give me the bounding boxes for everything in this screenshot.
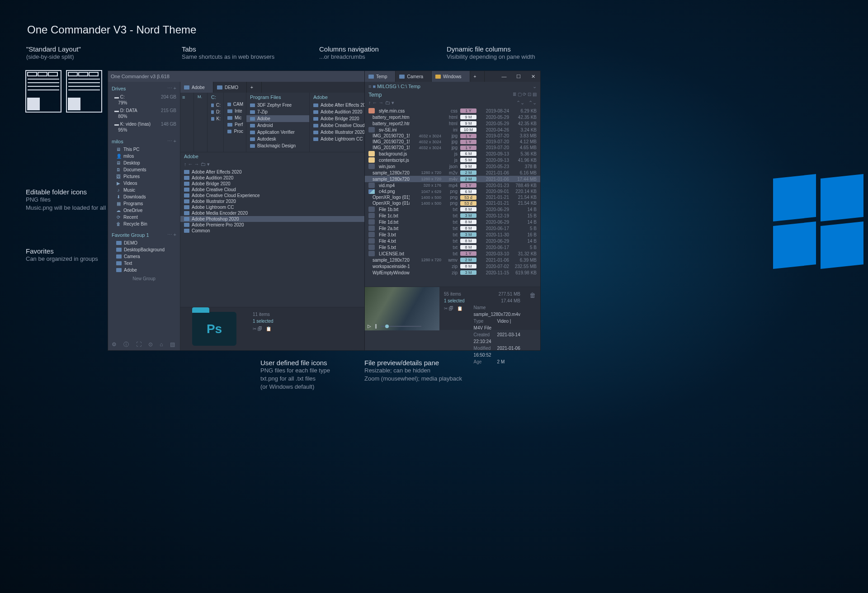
svg-rect-9	[28, 98, 39, 110]
fav-item[interactable]: Text	[108, 260, 180, 267]
drive-row[interactable]: ▬ K: video (\\nas) 95%148 GB	[108, 120, 180, 134]
file-row[interactable]: sample_1280x720.m2v 1280 x 720 m2v 2 M 2…	[365, 169, 540, 176]
quick-item-milos[interactable]: 👤milos	[108, 153, 180, 160]
file-row[interactable]: vid.mp4 320 x 176 mp4 1 Y 2020-01-23 788…	[365, 182, 540, 188]
app-window-right: Temp Camera Windows + ― ☐ ✕ ≡ ■ MILOSG \…	[364, 71, 541, 351]
quick-item-downloads[interactable]: ⬇Downloads	[108, 193, 180, 200]
breadcrumb[interactable]: ≡ ■ MILOSG \ C:\ Temp ⌄	[365, 82, 540, 91]
col-item[interactable]: Perf	[224, 121, 246, 128]
file-row[interactable]: File 4.txt txt 8 M 2020-06-29 14 B	[365, 238, 540, 244]
anno-tabs: Tabs Same shortcuts as in web browsers	[182, 45, 274, 61]
file-row[interactable]: sample_1280x720.m4v 1280 x 720 m4v 2 M 2…	[365, 176, 540, 182]
fav-item[interactable]: Adobe	[108, 267, 180, 273]
new-group-button[interactable]: New Group	[108, 273, 180, 284]
svg-rect-11	[79, 72, 88, 76]
tab-bar-right: Temp Camera Windows + ― ☐ ✕	[365, 71, 540, 82]
file-row[interactable]: contentscript.js js 5 M 2020-09-13 41.96…	[365, 157, 540, 163]
file-list-right[interactable]: style.min.css css 1 Y 2019-08-24 6.29 KB…	[365, 107, 540, 287]
file-row[interactable]: c4d.png 1047 x 629 png 6 M 2020-09-01 22…	[365, 188, 540, 194]
file-row[interactable]: battery_report2.html html 9 M 2020-05-29…	[365, 120, 540, 127]
video-preview[interactable]: ▷‖	[365, 287, 439, 330]
bottom-toolbar[interactable]: ⚙ ⓘ ⛶ ⊙ ⌂ ▤	[112, 341, 178, 348]
file-row[interactable]: File 1d.txt txt 8 M 2020-06-29 14 B	[365, 219, 540, 225]
pane-header: Temp ≣ ▢ ⟳ ⊡ ▤	[365, 91, 540, 99]
col-item[interactable]: Proc	[224, 128, 246, 135]
tab-temp[interactable]: Temp	[365, 71, 396, 82]
tab-add-right[interactable]: +	[470, 71, 485, 82]
quick-item-this pc[interactable]: 🖥This PC	[108, 146, 180, 153]
anno-columns: Columns navigation ...or breadcrumbs	[319, 45, 379, 61]
svg-rect-2	[28, 72, 37, 76]
quick-item-music[interactable]: ♪Music	[108, 187, 180, 193]
col-item[interactable]: Android	[246, 122, 309, 129]
col-item[interactable]: D:	[208, 108, 223, 115]
tab-camera[interactable]: Camera	[396, 71, 432, 82]
quick-item-desktop[interactable]: 🖥Desktop	[108, 160, 180, 166]
minimize-button[interactable]: ―	[497, 71, 511, 82]
file-row[interactable]: win.json json 9 M 2020-05-23 378 B	[365, 163, 540, 169]
sidebar: Drives⋯ + ▬ C: 79%204 GB▬ D: DATA 80%215…	[108, 82, 180, 350]
file-row[interactable]: IMG_20190720_150955.jpg 4032 x 3024 jpg …	[365, 133, 540, 139]
col-item[interactable]: 3DF Zephyr Free	[246, 102, 309, 108]
col-item[interactable]: 7-Zip	[246, 108, 309, 115]
file-row[interactable]: File 1b.txt txt 8 M 2020-06-29 14 B	[365, 206, 540, 212]
quick-item-programs[interactable]: ▦Programs	[108, 200, 180, 207]
col-item[interactable]: Mic	[224, 114, 246, 121]
maximize-button[interactable]: ☐	[511, 71, 526, 82]
file-row[interactable]: sv-SE.ini ini 10 M 2020-04-26 3.24 KB	[365, 127, 540, 133]
col-item[interactable]: Application Verifier	[246, 129, 309, 136]
file-row[interactable]: IMG_20190720_151106.jpg 4032 x 3024 jpg …	[365, 145, 540, 151]
anno-dyn-cols: Dynamic file columns Visibility dependin…	[447, 45, 535, 61]
trash-icon-right[interactable]: 🗑	[525, 287, 540, 330]
anno-favorites: Favorites Can be organized in groups	[26, 247, 98, 263]
col-item[interactable]: Autodesk	[246, 136, 309, 142]
tab-adobe[interactable]: Adobe	[180, 82, 213, 93]
quick-item-recent[interactable]: ⟳Recent	[108, 214, 180, 221]
col-item[interactable]: Blackmagic Design	[246, 142, 309, 149]
svg-rect-12	[89, 72, 98, 76]
file-row[interactable]: LICENSE.txt txt 1 Y 2020-03-10 31.32 KB	[365, 250, 540, 257]
tab-demo[interactable]: DEMO	[213, 82, 247, 93]
windows-logo	[773, 176, 868, 271]
fav-item[interactable]: Camera	[108, 253, 180, 260]
anno-standard-layout: "Standard Layout" (side-by-side split)	[26, 45, 81, 61]
file-row[interactable]: workspaceinside-12.zip zip 8 M 2020-07-0…	[365, 263, 540, 269]
col-item[interactable]: K:	[208, 115, 223, 122]
tab-windows[interactable]: Windows	[432, 71, 470, 82]
quick-item-videos[interactable]: ▶Videos	[108, 180, 180, 187]
file-row[interactable]: File 3.txt txt 3 M 2020-11-30 16 B	[365, 231, 540, 238]
file-row[interactable]: OpenXR_logo (01).png 1400 x 500 png 53 d…	[365, 194, 540, 200]
status-bar-right: ▷‖ 55 items 1 selected ✂ 🗐 📋 277.51 MB 1…	[365, 287, 540, 330]
file-row[interactable]: File 5.txt txt 8 M 2020-06-17 5 B	[365, 244, 540, 250]
col-item[interactable]: C:	[208, 102, 223, 108]
quick-item-pictures[interactable]: 🖼Pictures	[108, 173, 180, 180]
file-row[interactable]: File 1c.txt txt 3 M 2020-12-19 15 B	[365, 212, 540, 219]
file-row[interactable]: battery_report.html html 9 M 2020-05-29 …	[365, 114, 540, 120]
svg-rect-10	[68, 72, 77, 76]
anno-preview: File preview/details pane Resizable; can…	[364, 359, 462, 383]
quick-item-onedrive[interactable]: ☁OneDrive	[108, 207, 180, 214]
quick-item-documents[interactable]: 🗎Documents	[108, 166, 180, 173]
close-button[interactable]: ✕	[526, 71, 540, 82]
fav-item[interactable]: DEMO	[108, 240, 180, 246]
tab-add[interactable]: +	[247, 82, 262, 93]
file-row[interactable]: background.js js 6 M 2020-09-13 5.36 KB	[365, 151, 540, 157]
file-row[interactable]: IMG_20190720_151026.jpg 4032 x 3024 jpg …	[365, 139, 540, 145]
col-item[interactable]: CAM	[224, 101, 246, 108]
nav-icons-right[interactable]: ↑ ← → 🗀 ▾ ⌃⌄ ⌃⌄	[365, 99, 540, 107]
file-row[interactable]: sample_1280x720.wmv 1280 x 720 wmv 2 M 2…	[365, 257, 540, 263]
col-item[interactable]: Inte	[224, 108, 246, 114]
file-row[interactable]: File 2a.txt txt 8 M 2020-06-17 5 B	[365, 225, 540, 231]
quick-item-recycle bin[interactable]: 🗑Recycle Bin	[108, 221, 180, 227]
file-row[interactable]: style.min.css css 1 Y 2019-08-24 6.29 KB	[365, 108, 540, 114]
favorites-header: Favorite Group 1⋯ +	[108, 230, 180, 240]
layout-diagram	[25, 70, 102, 115]
page-title: One Commander V3 - Nord Theme	[27, 24, 196, 36]
drive-row[interactable]: ▬ C: 79%204 GB	[108, 93, 180, 107]
anno-user-icons: User defined file icons PNG files for ea…	[260, 359, 330, 391]
fav-item[interactable]: DesktopBackground	[108, 246, 180, 253]
drive-row[interactable]: ▬ D: DATA 80%215 GB	[108, 107, 180, 120]
col-item[interactable]: Adobe	[246, 115, 309, 122]
file-row[interactable]: WpfEmptyWindowIssue.zip zip 3 M 2020-11-…	[365, 269, 540, 276]
file-row[interactable]: OpenXR_logo (01a).png 1400 x 500 png 53 …	[365, 200, 540, 206]
